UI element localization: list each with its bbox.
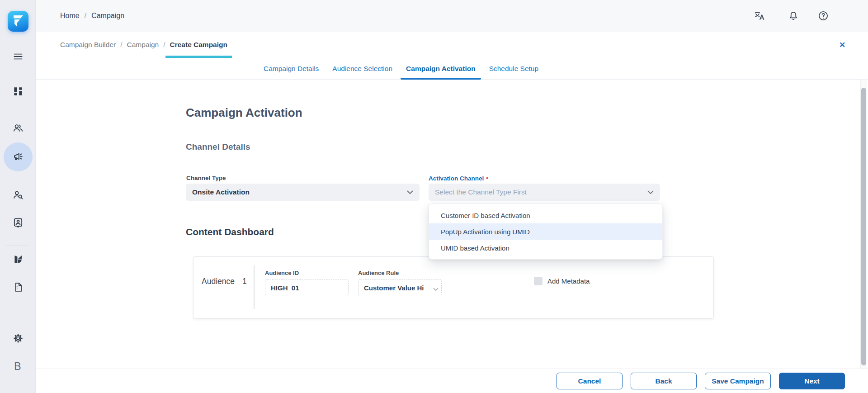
- channel-details-heading: Channel Details: [186, 142, 250, 152]
- option-popup-activation-umid[interactable]: PopUp Activation using UMID: [429, 223, 662, 240]
- menu-icon[interactable]: [12, 51, 24, 62]
- add-metadata-checkbox[interactable]: [534, 277, 542, 285]
- tab-campaign-details[interactable]: Campaign Details: [258, 58, 324, 79]
- k-module-icon[interactable]: [12, 253, 24, 265]
- sidebar-user-badge[interactable]: B: [0, 360, 35, 373]
- vertical-divider: [254, 265, 255, 309]
- required-marker: •: [486, 175, 488, 182]
- contact-badge-icon[interactable]: [12, 217, 24, 228]
- sidebar-item-campaign-active[interactable]: [4, 142, 33, 171]
- translate-icon[interactable]: [754, 10, 765, 22]
- channel-type-value: Onsite Activation: [192, 188, 250, 196]
- breadcrumb: Home / Campaign: [60, 0, 124, 32]
- sidebar-divider: [6, 246, 29, 246]
- wizard-tabs: Campaign Details Audience Selection Camp…: [35, 58, 868, 80]
- tab-audience-selection[interactable]: Audience Selection: [327, 58, 398, 79]
- breadcrumb-create-campaign[interactable]: Create Campaign: [170, 41, 227, 49]
- audience-label: Audience: [202, 277, 235, 286]
- module-subheader: Campaign Builder / Campaign / Create Cam…: [35, 32, 868, 58]
- user-search-icon[interactable]: [12, 189, 24, 201]
- module-breadcrumb: Campaign Builder / Campaign / Create Cam…: [60, 32, 227, 58]
- add-metadata-label: Add Metadata: [547, 277, 590, 285]
- settings-gear-icon[interactable]: [12, 332, 24, 344]
- close-icon[interactable]: ✕: [839, 32, 845, 58]
- sidebar: B: [0, 0, 36, 393]
- create-campaign-page: B Home / Campaign: [0, 0, 868, 393]
- channel-type-label: Channel Type: [186, 175, 226, 181]
- chevron-down-icon: [433, 285, 439, 293]
- audience-rule-select[interactable]: Customer Value High: [358, 279, 442, 296]
- breadcrumb-separator: /: [120, 41, 122, 49]
- activation-channel-select[interactable]: Select the Channel Type First: [429, 184, 660, 201]
- audiences-icon[interactable]: [12, 122, 24, 134]
- back-button[interactable]: Back: [631, 373, 697, 389]
- breadcrumb-campaign-builder[interactable]: Campaign Builder: [60, 41, 116, 49]
- audience-id-input[interactable]: [265, 279, 349, 296]
- content-dashboard-heading: Content Dashboard: [186, 227, 274, 237]
- chevron-down-icon: [407, 190, 413, 194]
- notifications-bell-icon[interactable]: [788, 10, 799, 22]
- audience-id-label: Audience ID: [265, 270, 299, 276]
- option-customer-id-activation[interactable]: Customer ID based Activation: [429, 207, 662, 223]
- tab-schedule-setup[interactable]: Schedule Setup: [484, 58, 544, 79]
- brand-logo-icon: [8, 11, 28, 31]
- sidebar-divider: [6, 111, 29, 111]
- audience-number: 1: [242, 277, 247, 286]
- help-icon[interactable]: [817, 10, 829, 22]
- wizard-footer: Cancel Back Save Campaign Next: [35, 369, 868, 393]
- option-umid-activation[interactable]: UMID based Activation: [429, 240, 662, 256]
- scrollbar-thumb[interactable]: [861, 88, 866, 365]
- megaphone-icon: [12, 151, 24, 163]
- breadcrumb-campaign[interactable]: Campaign: [127, 41, 159, 49]
- sidebar-divider: [6, 306, 29, 306]
- dashboard-icon[interactable]: [12, 85, 24, 97]
- chevron-down-icon: [647, 190, 654, 194]
- breadcrumb-separator: /: [163, 41, 165, 49]
- next-button[interactable]: Next: [779, 373, 845, 389]
- cancel-button[interactable]: Cancel: [557, 373, 623, 389]
- page-title: Campaign Activation: [186, 106, 302, 120]
- activation-channel-placeholder: Select the Channel Type First: [435, 188, 527, 196]
- activation-channel-dropdown: Customer ID based Activation PopUp Activ…: [429, 204, 663, 260]
- breadcrumb-home[interactable]: Home: [60, 12, 80, 20]
- tab-campaign-activation[interactable]: Campaign Activation: [401, 58, 481, 79]
- activation-channel-label: Activation Channel•: [429, 175, 488, 182]
- app-logo[interactable]: [8, 11, 28, 32]
- channel-type-select[interactable]: Onsite Activation: [186, 184, 420, 201]
- audience-row-title: Audience 1: [202, 277, 247, 286]
- audience-card: Audience 1 Audience ID Audience Rule Cus…: [193, 256, 714, 319]
- audience-rule-label: Audience Rule: [358, 270, 399, 276]
- top-header: Home / Campaign: [35, 0, 868, 32]
- breadcrumb-campaign[interactable]: Campaign: [91, 12, 124, 20]
- save-campaign-button[interactable]: Save Campaign: [705, 373, 771, 389]
- sidebar-divider: [6, 178, 29, 178]
- breadcrumb-separator: /: [85, 12, 86, 20]
- document-icon[interactable]: [12, 281, 24, 293]
- audience-rule-value: Customer Value High: [364, 284, 424, 292]
